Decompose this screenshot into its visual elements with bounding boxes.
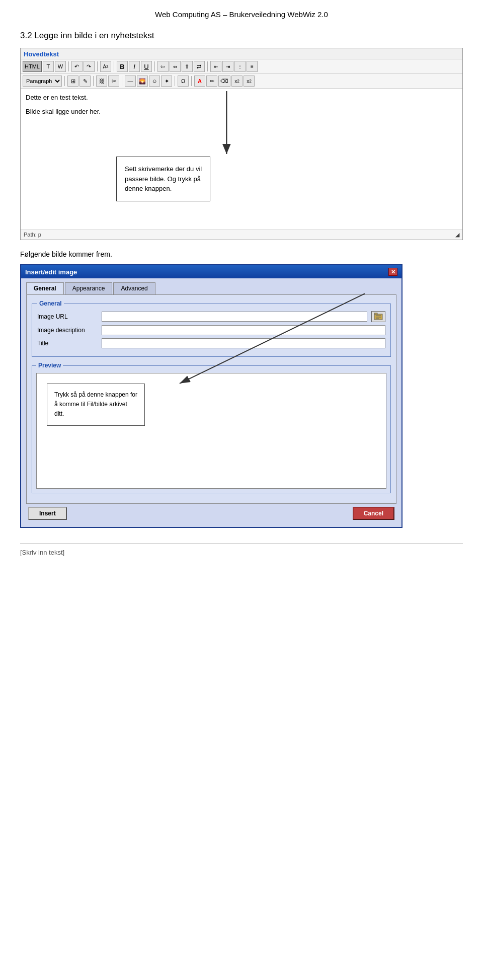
tab-advanced[interactable]: Advanced bbox=[113, 282, 155, 294]
callout-box1: Sett skrivemerke der du vil passere bild… bbox=[116, 157, 210, 201]
imageurl-label: Image URL bbox=[37, 313, 98, 320]
subscript-button[interactable]: x2 bbox=[231, 76, 243, 87]
callout-box2: Trykk så på denne knappen for å komme ti… bbox=[47, 384, 145, 426]
bold-button[interactable]: B bbox=[117, 61, 128, 72]
field-row-imageurl: Image URL bbox=[37, 311, 385, 322]
font-color-button[interactable]: A bbox=[194, 76, 205, 87]
separator9 bbox=[175, 76, 175, 86]
toolbar-row1: HTML T W ↶ ↷ Az B I U ⇦ ⇔ ⇧ ⇄ ⇤ ⇥ ⋮ ≡ bbox=[21, 59, 462, 74]
between-text: Følgende bilde kommer frem. bbox=[20, 250, 463, 258]
hr-button[interactable]: — bbox=[125, 76, 136, 87]
preview-fieldset: Preview bbox=[32, 362, 391, 493]
title-input[interactable] bbox=[102, 338, 385, 348]
imageurl-input[interactable] bbox=[102, 312, 367, 322]
editor-content-area[interactable]: Dette er en test tekst. Bilde skal ligge… bbox=[21, 89, 462, 230]
tab-appearance[interactable]: Appearance bbox=[65, 282, 113, 294]
text-button[interactable]: T bbox=[43, 61, 54, 72]
omega-button[interactable]: Ω bbox=[178, 76, 189, 87]
title-label: Title bbox=[37, 340, 98, 347]
underline-button[interactable]: U bbox=[141, 61, 152, 72]
edit-button[interactable]: ✎ bbox=[79, 76, 91, 87]
dialog-footer: Insert Cancel bbox=[26, 504, 396, 522]
editor-label: Hovedtekst bbox=[21, 48, 462, 59]
field-row-title: Title bbox=[37, 338, 385, 348]
align-center-button[interactable]: ⇔ bbox=[170, 61, 181, 72]
path-text: Path: p bbox=[24, 232, 41, 238]
html-button[interactable]: HTML bbox=[23, 61, 42, 72]
unlink-button[interactable]: ✂ bbox=[108, 76, 119, 87]
align-justify-button[interactable]: ⇄ bbox=[194, 61, 205, 72]
indent-more-button[interactable]: ⇥ bbox=[222, 61, 233, 72]
separator5 bbox=[207, 61, 208, 71]
separator2 bbox=[97, 61, 98, 71]
separator3 bbox=[114, 61, 114, 71]
dialog-titlebar: Insert/edit image ✕ bbox=[21, 265, 401, 278]
field-row-desc: Image description bbox=[37, 325, 385, 335]
italic-button[interactable]: I bbox=[129, 61, 140, 72]
list-unordered-button[interactable]: ⋮ bbox=[234, 61, 246, 72]
svg-rect-3 bbox=[374, 313, 377, 315]
link-button[interactable]: ⛓ bbox=[96, 76, 107, 87]
editor-line1: Dette er en test tekst. bbox=[26, 93, 457, 103]
undo-button[interactable]: ↶ bbox=[71, 61, 83, 72]
list-ordered-button[interactable]: ≡ bbox=[247, 61, 258, 72]
align-right-button[interactable]: ⇧ bbox=[182, 61, 193, 72]
desc-label: Image description bbox=[37, 327, 98, 334]
separator1 bbox=[68, 61, 69, 71]
general-fieldset: General Image URL bbox=[32, 300, 391, 357]
dialog-body: General Appearance Advanced General Imag… bbox=[21, 278, 401, 527]
paragraph-select[interactable]: Paragraph bbox=[23, 76, 62, 87]
separator10 bbox=[191, 76, 192, 86]
section-heading: 3.2 Legge inn bilde i en nyhetstekst bbox=[20, 31, 463, 41]
separator8 bbox=[122, 76, 122, 86]
table-button[interactable]: ⊞ bbox=[67, 76, 78, 87]
editor-container: Hovedtekst HTML T W ↶ ↷ Az B I U ⇦ ⇔ ⇧ ⇄… bbox=[20, 48, 463, 240]
dialog-tabs: General Appearance Advanced bbox=[26, 282, 396, 294]
redo-button[interactable]: ↷ bbox=[84, 61, 95, 72]
editor-line2: Bilde skal ligge under her. bbox=[26, 107, 457, 117]
flash-button[interactable]: ✦ bbox=[161, 76, 172, 87]
page-title: Web Computing AS – Brukerveiledning WebW… bbox=[20, 10, 463, 19]
smiley-button[interactable]: ☺ bbox=[149, 76, 160, 87]
separator4 bbox=[154, 61, 155, 71]
editor-footer: Path: p ◢ bbox=[21, 230, 462, 240]
separator6 bbox=[64, 76, 65, 86]
indent-less-button[interactable]: ⇤ bbox=[210, 61, 221, 72]
bottom-text: [Skriv inn tekst] bbox=[20, 543, 463, 556]
general-legend: General bbox=[37, 300, 64, 307]
browse-button[interactable] bbox=[371, 311, 385, 322]
superscript-button[interactable]: x2 bbox=[244, 76, 255, 87]
callout2-text: Trykk så på denne knappen for å komme ti… bbox=[54, 391, 137, 417]
dialog-title: Insert/edit image bbox=[25, 268, 77, 276]
marker-button[interactable]: ✏ bbox=[206, 76, 217, 87]
insert-button[interactable]: Insert bbox=[28, 507, 67, 520]
dialog-close-button[interactable]: ✕ bbox=[388, 268, 397, 276]
callout1-text: Sett skrivemerke der du vil passere bild… bbox=[125, 165, 202, 192]
word-button[interactable]: W bbox=[55, 61, 66, 72]
font-size-button[interactable]: Az bbox=[100, 61, 111, 72]
image-button[interactable]: 🌄 bbox=[137, 76, 148, 87]
resize-handle[interactable]: ◢ bbox=[455, 232, 459, 238]
preview-legend: Preview bbox=[36, 362, 63, 369]
separator7 bbox=[93, 76, 94, 86]
eraser-button[interactable]: ⌫ bbox=[218, 76, 230, 87]
align-left-button[interactable]: ⇦ bbox=[157, 61, 169, 72]
preview-area: Trykk så på denne knappen for å komme ti… bbox=[36, 373, 386, 489]
dialog: Insert/edit image ✕ General Appearance A… bbox=[20, 264, 403, 528]
cancel-button[interactable]: Cancel bbox=[353, 507, 394, 520]
desc-input[interactable] bbox=[102, 325, 385, 335]
tab-general[interactable]: General bbox=[26, 282, 64, 294]
dialog-panel: General Image URL bbox=[26, 294, 396, 504]
toolbar-row2: Paragraph ⊞ ✎ ⛓ ✂ — 🌄 ☺ ✦ Ω A ✏ ⌫ x2 x2 bbox=[21, 74, 462, 89]
